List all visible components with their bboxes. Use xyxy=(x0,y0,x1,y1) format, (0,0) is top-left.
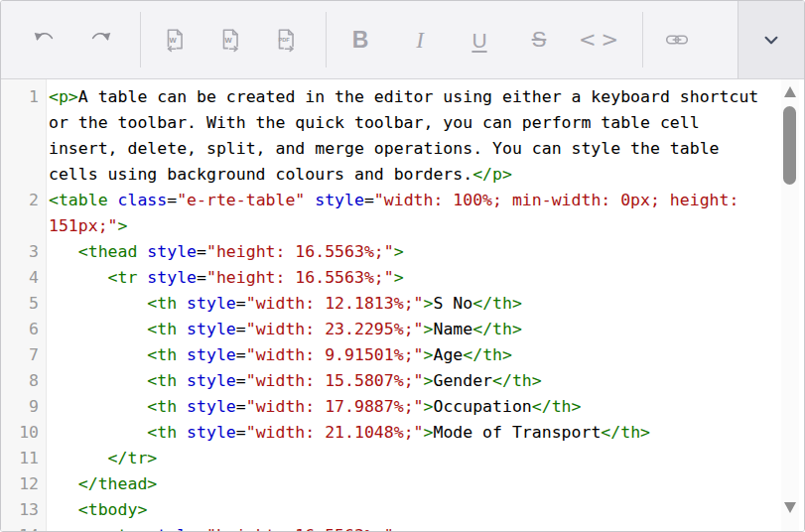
code-line-9: 9 <th style="width: 17.9887%;">Occupatio… xyxy=(1,394,804,420)
line-number: 14 xyxy=(1,523,46,531)
link-icon xyxy=(664,27,690,53)
toolbar-separator xyxy=(140,12,141,67)
italic-button[interactable]: I xyxy=(400,17,440,63)
code-text: <th style="width: 17.9887%;">Occupation<… xyxy=(46,394,771,420)
redo-icon xyxy=(87,27,113,53)
code-view-area: 1<p>A table can be created in the editor… xyxy=(1,79,804,531)
vertical-scrollbar[interactable] xyxy=(781,79,799,531)
code-text: <th style="width: 15.5807%;">Gender</th> xyxy=(46,368,771,394)
line-number: 6 xyxy=(1,317,46,342)
code-line-12: 12 </thead> xyxy=(1,471,804,497)
code-line-4: 4 <tr style="height: 16.5563%;"> xyxy=(1,265,804,291)
code-text: <tbody> xyxy=(46,497,771,523)
word-import-icon: W xyxy=(162,27,188,53)
export-word-button[interactable]: W xyxy=(210,17,250,63)
code-line-3: 3 <thead style="height: 16.5563%;"> xyxy=(1,239,804,265)
line-number: 13 xyxy=(1,497,46,523)
line-number: 11 xyxy=(1,446,46,471)
code-text: <th style="width: 23.2295%;">Name</th> xyxy=(46,317,771,342)
toolbar: W W PDF xyxy=(1,1,804,79)
underline-button[interactable]: U xyxy=(460,17,499,63)
code-line-10: 10 <th style="width: 21.1048%;">Mode of … xyxy=(1,420,804,446)
export-pdf-button[interactable]: PDF xyxy=(266,17,306,63)
bold-button[interactable]: B xyxy=(340,17,380,63)
code-line-7: 7 <th style="width: 9.91501%;">Age</th> xyxy=(1,342,804,368)
word-import-label: W xyxy=(170,36,178,45)
import-word-button[interactable]: W xyxy=(155,17,195,63)
line-number: 8 xyxy=(1,368,46,394)
code-line-5: 5 <th style="width: 12.1813%;">S No</th> xyxy=(1,291,804,317)
scroll-up-arrow-icon[interactable] xyxy=(784,86,796,97)
strikethrough-button[interactable]: S xyxy=(519,17,559,63)
undo-icon xyxy=(32,27,58,53)
toolbar-separator xyxy=(326,12,327,67)
rich-text-editor: W W PDF xyxy=(0,0,805,532)
word-export-icon: W xyxy=(217,27,243,53)
line-number: 5 xyxy=(1,291,46,317)
code-text: <th style="width: 21.1048%;">Mode of Tra… xyxy=(46,420,771,446)
scroll-down-arrow-icon[interactable] xyxy=(784,502,796,513)
line-number: 4 xyxy=(1,265,46,291)
code-text: <thead style="height: 16.5563%;"> xyxy=(46,239,771,265)
code-text: <th style="width: 12.1813%;">S No</th> xyxy=(46,291,771,317)
toolbar-separator xyxy=(642,12,643,67)
code-line-6: 6 <th style="width: 23.2295%;">Name</th> xyxy=(1,317,804,342)
line-number: 7 xyxy=(1,342,46,368)
code-line-11: 11 </tr> xyxy=(1,446,804,471)
code-text: <tr style="height: 16.5563%;"> xyxy=(46,523,771,531)
code-text: <th style="width: 9.91501%;">Age</th> xyxy=(46,342,771,368)
code-view-button[interactable]: <> xyxy=(579,17,618,63)
code-editor[interactable]: 1<p>A table can be created in the editor… xyxy=(1,79,804,531)
underline-icon: U xyxy=(471,30,486,51)
line-number: 3 xyxy=(1,239,46,265)
chevron-down-icon xyxy=(758,27,784,53)
code-text: <p>A table can be created in the editor … xyxy=(46,84,771,188)
bold-icon: B xyxy=(352,29,369,52)
line-number: 2 xyxy=(1,188,46,239)
code-text: </tr> xyxy=(46,446,771,471)
scrollbar-thumb[interactable] xyxy=(783,106,796,185)
pdf-export-label: PDF xyxy=(279,37,291,43)
code-text: </thead> xyxy=(46,471,771,497)
code-text: <tr style="height: 16.5563%;"> xyxy=(46,265,771,291)
toolbar-main: W W PDF xyxy=(1,1,738,78)
insert-link-button[interactable] xyxy=(657,17,697,63)
redo-button[interactable] xyxy=(80,17,120,63)
code-view-icon: <> xyxy=(579,30,623,51)
italic-icon: I xyxy=(416,29,424,52)
code-text: <table class="e-rte-table" style="width:… xyxy=(46,188,771,239)
code-line-14: 14 <tr style="height: 16.5563%;"> xyxy=(1,523,804,531)
line-number: 1 xyxy=(1,84,46,188)
line-number: 9 xyxy=(1,394,46,420)
code-line-8: 8 <th style="width: 15.5807%;">Gender</t… xyxy=(1,368,804,394)
code-line-2: 2<table class="e-rte-table" style="width… xyxy=(1,188,804,239)
toolbar-expand-button[interactable] xyxy=(738,1,804,78)
code-line-13: 13 <tbody> xyxy=(1,497,804,523)
pdf-export-icon: PDF xyxy=(273,27,299,53)
strikethrough-icon: S xyxy=(532,29,547,51)
undo-button[interactable] xyxy=(25,17,65,63)
word-export-label: W xyxy=(225,36,233,45)
line-number: 10 xyxy=(1,420,46,446)
code-line-1: 1<p>A table can be created in the editor… xyxy=(1,84,804,188)
line-number: 12 xyxy=(1,471,46,497)
